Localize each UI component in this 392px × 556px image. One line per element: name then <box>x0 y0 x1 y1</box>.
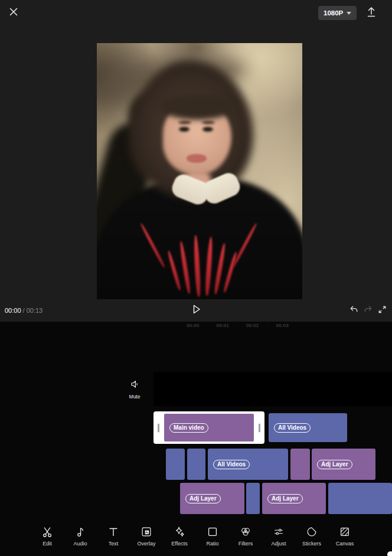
clip-all-videos[interactable]: All Videos <box>269 413 347 442</box>
ruler-tick-dot: · <box>267 323 269 328</box>
export-icon <box>365 5 378 21</box>
resolution-dropdown[interactable]: 1080P <box>318 6 357 20</box>
ratio-icon <box>206 525 219 538</box>
canvas-icon <box>338 525 351 538</box>
effects-star-icon <box>173 525 186 538</box>
current-time: 00:00 <box>5 307 21 314</box>
adjust-sliders-icon <box>272 525 285 538</box>
timeline-ruler[interactable]: 00:00·00:01·00:02·00:03 <box>187 323 289 328</box>
toolbar-item-label: Canvas <box>336 541 354 547</box>
ruler-tick: 00:01 <box>217 323 230 328</box>
time-display: 00:00 / 00:13 <box>5 307 43 314</box>
trim-handle-right[interactable] <box>259 423 260 432</box>
redo-button[interactable] <box>363 306 373 316</box>
undo-icon <box>349 305 359 317</box>
ruler-tick: 00:02 <box>246 323 259 328</box>
clip-unlabeled[interactable] <box>187 449 205 480</box>
play-button[interactable] <box>190 305 202 316</box>
toolbar-item-ratio[interactable]: Ratio <box>196 519 229 552</box>
duration: 00:13 <box>27 307 43 314</box>
export-button[interactable] <box>364 6 378 20</box>
fullscreen-button[interactable] <box>377 306 387 316</box>
bottom-toolbar: EditAudioTextOverlayEffectsRatioFiltersA… <box>31 519 361 552</box>
toolbar-item-label: Adjust <box>271 541 286 547</box>
music-note-icon <box>74 525 87 538</box>
toolbar-item-label: Edit <box>43 541 52 547</box>
toolbar-item-label: Overlay <box>137 541 155 547</box>
mute-button[interactable]: Mute <box>123 378 146 400</box>
ruler-tick-dot: · <box>207 323 209 328</box>
toolbar-item-filters[interactable]: Filters <box>229 519 262 552</box>
toolbar-item-label: Effects <box>171 541 187 547</box>
ruler-tick: 00:03 <box>276 323 289 328</box>
video-preview[interactable] <box>97 43 302 299</box>
resolution-label: 1080P <box>324 9 343 17</box>
time-separator: / <box>21 307 27 314</box>
undo-button[interactable] <box>349 306 359 316</box>
clip-unlabeled[interactable] <box>290 449 310 480</box>
toolbar-item-edit[interactable]: Edit <box>31 519 64 552</box>
clip-label: Adj Layer <box>317 460 352 469</box>
clip-all-videos[interactable]: All Videos <box>208 449 288 480</box>
portrait-bangs <box>161 94 234 120</box>
video-thumbnail-strip[interactable] <box>153 372 392 406</box>
redo-icon <box>363 305 373 317</box>
clip-body[interactable]: Main video <box>164 414 254 441</box>
trim-handle-left[interactable] <box>158 423 159 432</box>
toolbar-item-label: Text <box>109 541 119 547</box>
clip-label: All Videos <box>213 460 250 469</box>
ruler-tick: 00:00 <box>187 323 200 328</box>
stickers-icon <box>305 525 318 538</box>
clip-label: All Videos <box>274 423 311 433</box>
mute-label: Mute <box>123 394 146 400</box>
portrait-eye <box>202 127 213 132</box>
portrait-lips <box>187 154 207 163</box>
toolbar-item-canvas[interactable]: Canvas <box>328 519 361 552</box>
ruler-tick-dot: · <box>237 323 239 328</box>
clip-label: Main video <box>169 423 208 433</box>
close-button[interactable] <box>7 6 20 19</box>
selected-clip-main-video[interactable]: Main video <box>153 411 264 444</box>
toolbar-item-adjust[interactable]: Adjust <box>262 519 295 552</box>
toolbar-item-label: Audio <box>73 541 87 547</box>
toolbar-item-label: Stickers <box>302 541 321 547</box>
clip-adj-layer[interactable]: Adj Layer <box>262 483 326 514</box>
toolbar-item-overlay[interactable]: Overlay <box>130 519 163 552</box>
overlay-icon <box>140 525 153 538</box>
fullscreen-icon <box>377 305 387 317</box>
toolbar-item-text[interactable]: Text <box>97 519 130 552</box>
portrait-eyebrow <box>202 121 215 124</box>
toolbar-item-effects[interactable]: Effects <box>163 519 196 552</box>
clip-unlabeled[interactable] <box>328 483 392 514</box>
portrait-eyebrow <box>178 121 191 124</box>
text-icon <box>107 525 120 538</box>
play-icon <box>190 303 202 318</box>
portrait-eye <box>179 127 190 132</box>
clip-label: Adj Layer <box>185 494 221 503</box>
filters-icon <box>239 525 252 538</box>
toolbar-item-label: Filters <box>239 541 253 547</box>
chevron-down-icon <box>347 12 351 15</box>
toolbar-item-stickers[interactable]: Stickers <box>295 519 328 552</box>
clip-unlabeled[interactable] <box>246 483 260 514</box>
clip-unlabeled[interactable] <box>166 449 185 480</box>
corner-indicator <box>387 551 392 556</box>
toolbar-item-audio[interactable]: Audio <box>64 519 97 552</box>
clip-adj-layer[interactable]: Adj Layer <box>312 449 375 480</box>
video-editor-app: 1080P 00:00 / 00:13 <box>0 0 392 556</box>
speaker-muted-icon <box>123 378 146 393</box>
scissors-icon <box>41 525 54 538</box>
close-icon <box>8 6 19 20</box>
clip-adj-layer[interactable]: Adj Layer <box>180 483 244 514</box>
clip-label: Adj Layer <box>267 494 303 503</box>
toolbar-item-label: Ratio <box>206 541 218 547</box>
